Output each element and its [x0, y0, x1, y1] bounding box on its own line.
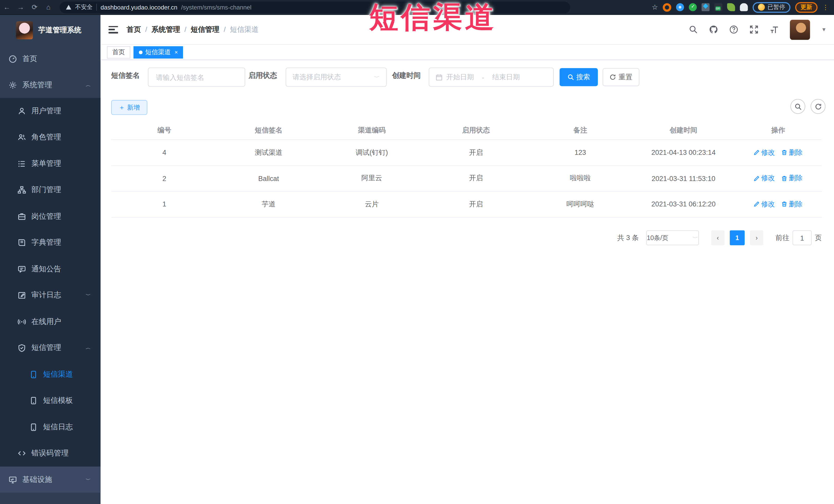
gear-icon: [8, 81, 17, 89]
close-icon[interactable]: ×: [175, 49, 178, 56]
home-icon[interactable]: ⌂: [42, 3, 56, 11]
extension-icon-donut[interactable]: [663, 3, 671, 11]
help-icon[interactable]: [729, 25, 738, 34]
sidebar-item-users[interactable]: 用户管理: [0, 98, 101, 124]
font-size-icon[interactable]: [770, 25, 779, 34]
address-bar[interactable]: 不安全 dashboard.yudao.iocoder.cn/system/sm…: [60, 1, 570, 13]
search-icon: [794, 103, 802, 110]
signal-icon: [18, 317, 26, 326]
sidebar-item-sms[interactable]: 短信管理 ︿: [0, 335, 101, 361]
edit-button[interactable]: 修改: [754, 199, 775, 209]
sidebar-item-roles[interactable]: 角色管理: [0, 124, 101, 151]
refresh-table-button[interactable]: [811, 99, 826, 114]
prev-page-button[interactable]: ‹: [711, 230, 724, 245]
shield-icon: [18, 344, 26, 352]
add-button[interactable]: ＋ 新增: [111, 100, 147, 115]
table-header-row: 编号 短信签名 渠道编码 启用状态 备注 创建时间 操作: [111, 121, 822, 140]
delete-button[interactable]: 删除: [782, 199, 803, 209]
phone-icon: [29, 370, 38, 379]
trash-icon: [782, 201, 787, 207]
sidebar-item-online-users[interactable]: 在线用户: [0, 309, 101, 335]
sidebar-item-sms-channel[interactable]: 短信渠道: [0, 361, 101, 388]
breadcrumb-system[interactable]: 系统管理: [151, 25, 180, 34]
active-dot: [139, 50, 143, 54]
code-icon: [18, 449, 26, 458]
github-icon[interactable]: [709, 25, 718, 34]
search-button[interactable]: 搜索: [559, 68, 598, 86]
breadcrumb-home[interactable]: 首页: [127, 25, 141, 34]
page-unit: 页: [815, 233, 822, 243]
delete-button[interactable]: 删除: [782, 174, 803, 183]
next-page-button[interactable]: ›: [750, 230, 763, 245]
pencil-icon: [754, 175, 760, 181]
chrome-update-button[interactable]: 更新: [795, 2, 817, 12]
sidebar-item-posts[interactable]: 岗位管理: [0, 203, 101, 230]
chrome-menu-icon[interactable]: ⋮: [822, 3, 829, 11]
sidebar-item-sms-log[interactable]: 短信日志: [0, 414, 101, 440]
avatar[interactable]: [790, 20, 810, 40]
sidebar-item-departments[interactable]: 部门管理: [0, 177, 101, 203]
pagination: 共 3 条 10条/页 ﹀ ‹ 1 › 前往 页: [111, 230, 822, 245]
sidebar-item-menus[interactable]: 菜单管理: [0, 151, 101, 177]
table-row: 4 测试渠道 调试(钉钉) 开启 123 2021-04-13 00:23:14…: [111, 140, 822, 166]
chevron-down-icon: ﹀: [693, 235, 699, 241]
reload-icon[interactable]: ⟳: [28, 3, 42, 11]
col-sign: 短信签名: [217, 126, 320, 135]
sidebar-item-error-codes[interactable]: 错误码管理: [0, 440, 101, 467]
sign-label: 短信签名: [111, 71, 140, 80]
extension-icon-pin[interactable]: [676, 3, 684, 11]
extension-icon-leaf[interactable]: [727, 3, 735, 11]
date-label: 创建时间: [392, 71, 421, 80]
sidebar-item-home[interactable]: 首页: [0, 46, 101, 72]
sidebar-item-notices[interactable]: 通知公告: [0, 256, 101, 282]
date-range-picker[interactable]: 开始日期 - 结束日期: [429, 67, 554, 87]
forward-icon[interactable]: →: [14, 3, 28, 11]
col-code: 渠道编码: [320, 126, 424, 135]
plus-icon: ＋: [118, 103, 125, 112]
back-icon[interactable]: ←: [0, 3, 14, 11]
toggle-search-button[interactable]: [790, 99, 805, 114]
monitor-icon: [8, 475, 17, 484]
sidebar-item-audit-logs[interactable]: 审计日志 ﹀: [0, 282, 101, 309]
trash-icon: [782, 175, 787, 181]
search-icon[interactable]: [689, 25, 698, 34]
fullscreen-icon[interactable]: [749, 25, 759, 34]
app-logo-row[interactable]: 芋道管理系统: [0, 15, 101, 46]
chevron-down-icon: ﹀: [86, 292, 91, 298]
page-size-select[interactable]: 10条/页 ﹀: [646, 230, 699, 245]
breadcrumb-sms[interactable]: 短信管理: [191, 25, 219, 34]
security-label[interactable]: 不安全: [75, 3, 92, 11]
hamburger-icon[interactable]: [109, 26, 118, 33]
extension-icon-on-badge[interactable]: [715, 3, 722, 11]
page-1-button[interactable]: 1: [730, 230, 745, 245]
briefcase-icon: [18, 212, 26, 221]
status-label: 启用状态: [248, 71, 277, 80]
sidebar-item-infra[interactable]: 基础设施 ﹀: [0, 466, 101, 493]
extension-icon-check[interactable]: [689, 3, 697, 11]
search-icon: [567, 74, 574, 80]
paused-extension-pill[interactable]: 已暂停: [753, 2, 790, 12]
pencil-icon: [754, 150, 760, 156]
sign-input[interactable]: [148, 67, 245, 87]
bookmark-star-icon[interactable]: ☆: [652, 3, 658, 11]
tab-sms-channel[interactable]: 短信渠道 ×: [133, 46, 183, 58]
caret-down-icon[interactable]: ▼: [821, 27, 827, 32]
org-tree-icon: [18, 186, 26, 194]
reset-button[interactable]: 重置: [603, 68, 639, 86]
message-icon: [18, 265, 26, 273]
sidebar-item-sms-template[interactable]: 短信模板: [0, 388, 101, 414]
edit-button[interactable]: 修改: [754, 174, 775, 183]
delete-button[interactable]: 删除: [782, 148, 803, 157]
status-select[interactable]: 请选择启用状态 ﹀: [286, 67, 387, 87]
col-status: 启用状态: [424, 126, 528, 135]
sidebar-item-dicts[interactable]: 字典管理: [0, 229, 101, 256]
extension-icon-ghost[interactable]: [740, 3, 748, 11]
table-row: 1 芋道 云片 开启 呵呵呵哒 2021-03-31 06:12:20 修改 删…: [111, 192, 822, 217]
sidebar-item-system[interactable]: 系统管理 ︿: [0, 72, 101, 98]
tab-home[interactable]: 首页: [107, 46, 130, 58]
goto-page-input[interactable]: [792, 230, 812, 245]
user-icon: [18, 107, 26, 115]
extension-icon-slides[interactable]: [702, 3, 709, 11]
app-logo: [16, 21, 33, 39]
edit-button[interactable]: 修改: [754, 148, 775, 157]
